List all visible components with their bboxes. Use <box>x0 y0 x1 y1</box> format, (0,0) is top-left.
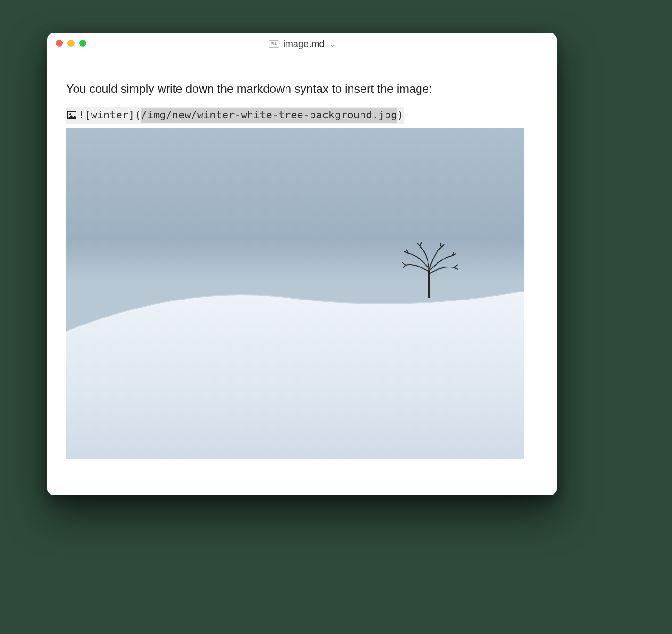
chevron-down-icon[interactable]: ⌄ <box>329 40 336 49</box>
syntax-prefix: ![ <box>78 108 91 123</box>
editor-content[interactable]: You could simply write down the markdown… <box>47 55 557 468</box>
syntax-suffix: ) <box>397 108 403 123</box>
syntax-mid: ]( <box>128 108 141 123</box>
traffic-lights <box>56 40 86 47</box>
svg-point-1 <box>69 113 71 115</box>
zoom-button[interactable] <box>79 40 86 47</box>
document-title: image.md <box>283 39 325 50</box>
syntax-alt-text: winter <box>91 108 128 123</box>
titlebar: M↓ image.md ⌄ <box>47 33 557 55</box>
image-icon <box>67 110 76 120</box>
paragraph-text: You could simply write down the markdown… <box>66 82 538 96</box>
close-button[interactable] <box>56 40 63 47</box>
image-preview <box>66 128 524 459</box>
markdown-image-syntax[interactable]: ![winter](/img/new/winter-white-tree-bac… <box>66 107 404 124</box>
app-window: M↓ image.md ⌄ You could simply write dow… <box>47 33 557 495</box>
minimize-button[interactable] <box>67 40 75 47</box>
title-group[interactable]: M↓ image.md ⌄ <box>269 39 335 50</box>
markdown-filetype-icon: M↓ <box>269 40 279 48</box>
syntax-image-path: /img/new/winter-white-tree-background.jp… <box>141 108 397 123</box>
